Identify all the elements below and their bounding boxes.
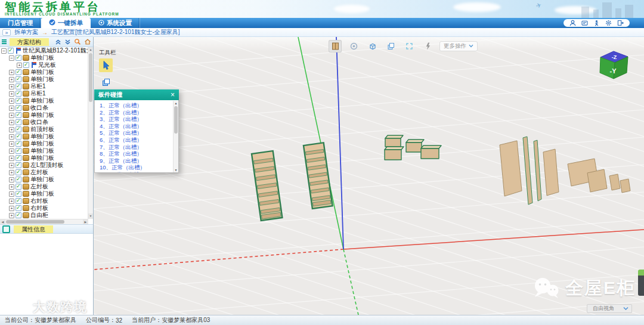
tree-expander-icon[interactable]: + xyxy=(9,120,14,125)
tab-store-management[interactable]: 门店管理 xyxy=(0,18,41,28)
viewport-3d[interactable]: -Z -Y xyxy=(94,37,644,315)
cabinet-model-right[interactable] xyxy=(304,143,333,209)
collapse-all-icon[interactable] xyxy=(55,38,61,45)
collision-list-item[interactable]: 11、正常（出槽） xyxy=(100,171,172,173)
tree-expander-icon[interactable]: + xyxy=(17,63,22,68)
scroll-up-icon[interactable]: ▲ xyxy=(174,101,178,106)
tree-checkbox[interactable] xyxy=(16,119,21,125)
fullscreen-button[interactable] xyxy=(402,40,416,52)
tree-horizontal-scrollbar[interactable] xyxy=(0,219,88,224)
breadcrumb-collapse-button[interactable]: » xyxy=(2,29,11,36)
tree-expander-icon[interactable]: + xyxy=(9,98,14,104)
scroll-left-icon[interactable] xyxy=(0,219,5,224)
collision-list-item[interactable]: 4、正常（出槽） xyxy=(100,123,172,130)
scrollbar-thumb[interactable] xyxy=(89,53,92,102)
collision-list-item[interactable]: 2、正常（出槽） xyxy=(100,109,172,116)
expand-all-icon[interactable] xyxy=(64,38,71,45)
gear-icon[interactable] xyxy=(605,18,612,29)
collision-list-item[interactable]: 1、正常（出槽） xyxy=(100,102,172,109)
scroll-down-icon[interactable]: ▼ xyxy=(174,168,178,172)
tree-expander-icon[interactable]: + xyxy=(9,156,14,161)
tree-expander-icon[interactable]: + xyxy=(9,191,14,197)
tree-expander-icon[interactable]: + xyxy=(9,199,14,204)
tree-expander-icon[interactable]: + xyxy=(9,206,14,211)
scrollbar-thumb[interactable] xyxy=(6,220,64,224)
target-button[interactable] xyxy=(347,40,360,52)
tree-checkbox[interactable] xyxy=(16,105,21,111)
collision-list-item[interactable]: 8、正常（出槽） xyxy=(100,150,172,157)
tree-item[interactable]: + 自由柜 xyxy=(0,212,88,219)
flash-button[interactable] xyxy=(421,40,434,52)
cabinet-view-button[interactable] xyxy=(329,40,342,52)
tree-checkbox[interactable] xyxy=(16,91,21,97)
tree-expander-icon[interactable]: − xyxy=(1,48,7,54)
tree-expander-icon[interactable]: + xyxy=(9,91,14,97)
tree-checkbox[interactable] xyxy=(16,155,21,161)
tree-checkbox[interactable] xyxy=(16,83,21,89)
scroll-down-icon[interactable] xyxy=(88,213,93,219)
breadcrumb-section[interactable]: 拆单方案 xyxy=(14,28,38,36)
scrollbar-thumb[interactable] xyxy=(174,106,178,134)
tree-vertical-scrollbar[interactable] xyxy=(88,47,93,219)
tree-checkbox[interactable] xyxy=(16,162,21,168)
cabinet-model-left[interactable] xyxy=(252,151,282,221)
select-cursor-button[interactable] xyxy=(99,58,113,72)
more-operations-button[interactable]: 更多操作 xyxy=(439,41,478,51)
scroll-up-icon[interactable] xyxy=(88,47,93,52)
exit-icon[interactable] xyxy=(617,18,624,29)
tree-checkbox[interactable] xyxy=(16,141,21,147)
tree-expander-icon[interactable]: + xyxy=(9,148,14,154)
collision-list-item[interactable]: 5、正常（出槽） xyxy=(100,129,172,137)
tree-checkbox[interactable] xyxy=(16,205,21,211)
tree-expander-icon[interactable]: + xyxy=(9,170,14,175)
orientation-cube[interactable]: -Z -Y xyxy=(600,51,628,79)
tree-checkbox[interactable] xyxy=(16,76,21,82)
cube-view-button[interactable] xyxy=(366,40,379,52)
close-icon[interactable]: × xyxy=(171,91,175,98)
tree-expander-icon[interactable]: + xyxy=(9,127,14,132)
menu-icon[interactable] xyxy=(2,39,7,44)
tree-expander-icon[interactable]: + xyxy=(9,141,14,147)
tree-expander-icon[interactable]: + xyxy=(9,77,14,82)
tree-expander-icon[interactable]: + xyxy=(9,84,14,89)
tree-checkbox[interactable] xyxy=(16,177,21,182)
tab-one-key-dismantle[interactable]: 一键拆单 xyxy=(41,18,91,28)
properties-panel-header[interactable]: 属性信息 xyxy=(0,224,93,234)
tree-checkbox[interactable] xyxy=(16,55,21,61)
tree-expander-icon[interactable]: + xyxy=(9,134,14,140)
view-mode-select[interactable]: 自由视角 xyxy=(587,304,632,313)
collision-list-item[interactable]: 7、正常（出槽） xyxy=(100,144,172,151)
person-icon[interactable] xyxy=(593,18,600,29)
tree-checkbox[interactable] xyxy=(16,198,21,204)
drawer-box-model[interactable] xyxy=(385,135,441,160)
tree-expander-icon[interactable]: + xyxy=(9,213,14,218)
scene-canvas[interactable]: -Z -Y xyxy=(94,37,644,315)
collision-list-item[interactable]: 3、正常（出槽） xyxy=(100,116,172,123)
collision-list-item[interactable]: 6、正常（出槽） xyxy=(100,137,172,144)
idcard-icon[interactable] xyxy=(581,18,588,29)
tree-checkbox[interactable] xyxy=(16,112,21,118)
tree-expander-icon[interactable]: + xyxy=(9,70,14,75)
tree-expander-icon[interactable]: + xyxy=(9,113,14,118)
collision-list-item[interactable]: 9、正常（出槽） xyxy=(100,157,172,165)
collision-scrollbar[interactable]: ▲ ▼ xyxy=(173,101,178,172)
collision-list-item[interactable]: 10、正常（出槽） xyxy=(100,164,172,171)
tree-expander-icon[interactable]: + xyxy=(9,184,14,190)
tree-expander-icon[interactable]: − xyxy=(9,55,14,61)
avatar-icon[interactable] xyxy=(569,18,576,29)
layers-button[interactable] xyxy=(384,40,397,52)
tree-checkbox[interactable] xyxy=(16,212,21,218)
tree-checkbox[interactable] xyxy=(16,98,21,104)
collision-dialog-header[interactable]: 板件碰撞 × xyxy=(94,89,179,100)
tree-checkbox[interactable] xyxy=(16,148,21,154)
tree-checkbox[interactable] xyxy=(16,184,21,190)
layers-tool-button[interactable] xyxy=(99,75,113,89)
scroll-right-icon[interactable] xyxy=(83,219,88,224)
tree-checkbox[interactable] xyxy=(23,62,29,68)
home-icon[interactable] xyxy=(84,38,91,45)
tree-expander-icon[interactable]: + xyxy=(9,177,14,182)
tree-checkbox[interactable] xyxy=(16,191,21,197)
tree-checkbox[interactable] xyxy=(16,126,21,132)
tree-expander-icon[interactable]: + xyxy=(9,163,14,168)
tab-system-settings[interactable]: 系统设置 xyxy=(91,18,140,28)
